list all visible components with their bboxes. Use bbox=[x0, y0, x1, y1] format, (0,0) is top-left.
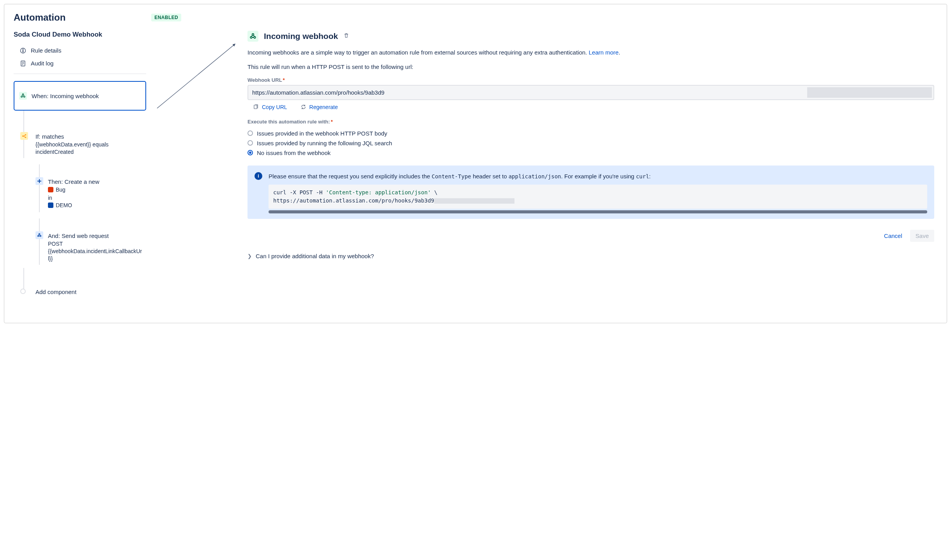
page-title: Automation bbox=[14, 12, 65, 23]
code-scrollbar[interactable] bbox=[269, 210, 927, 213]
webhook-icon bbox=[247, 31, 258, 42]
regenerate-button[interactable]: Regenerate bbox=[301, 104, 338, 110]
copy-url-button[interactable]: Copy URL bbox=[253, 104, 287, 110]
radio-icon bbox=[247, 140, 253, 146]
radio-label: No issues from the webhook bbox=[257, 150, 331, 156]
url-redaction-mask bbox=[807, 87, 932, 98]
info-panel: i Please ensure that the request you sen… bbox=[247, 166, 934, 219]
branch-icon bbox=[20, 132, 28, 140]
radio-icon bbox=[247, 150, 253, 155]
radio-label: Issues provided in the webhook HTTP POST… bbox=[257, 130, 387, 137]
svg-point-11 bbox=[22, 136, 23, 137]
radio-label: Issues provided by running the following… bbox=[257, 140, 392, 146]
tree-gutter bbox=[14, 133, 35, 156]
execute-with-radio-group: Issues provided in the webhook HTTP POST… bbox=[247, 129, 934, 158]
page-header: Automation ENABLED bbox=[14, 12, 937, 23]
info-icon bbox=[20, 48, 26, 54]
and-url: {{webhookData.incidentLinkCallbackUrl}} bbox=[48, 248, 146, 262]
divider bbox=[14, 74, 146, 74]
delete-button[interactable] bbox=[343, 33, 349, 40]
document-icon bbox=[20, 60, 26, 67]
nav-rule-details[interactable]: Rule details bbox=[14, 44, 146, 57]
rule-name: Soda Cloud Demo Webhook bbox=[14, 31, 146, 39]
page-frame: Automation ENABLED Soda Cloud Demo Webho… bbox=[4, 4, 947, 323]
info-code: curl bbox=[636, 173, 649, 180]
button-row: Cancel Save bbox=[247, 230, 934, 242]
project-label: DEMO bbox=[56, 202, 72, 209]
nav-audit-log[interactable]: Audit log bbox=[14, 57, 146, 70]
plus-icon bbox=[35, 177, 43, 185]
expander-label: Can I provide additional data in my webh… bbox=[256, 253, 374, 259]
info-text-part: Please ensure that the request you send … bbox=[269, 173, 432, 180]
tree-gutter bbox=[14, 290, 35, 296]
copy-icon bbox=[253, 104, 259, 110]
project-icon bbox=[48, 203, 53, 208]
then-action-row[interactable]: Then: Create a new Bug in DEMO bbox=[14, 178, 146, 210]
intro-paragraph: Incoming webhooks are a simple way to tr… bbox=[247, 48, 934, 57]
rule-explanation: This rule will run when a HTTP POST is s… bbox=[247, 62, 934, 71]
add-component-label: Add component bbox=[35, 289, 146, 295]
code-example: curl -X POST -H 'Content-type: applicati… bbox=[269, 185, 927, 209]
info-code: Content-Type bbox=[432, 173, 471, 180]
info-text-part: . For example if you're using bbox=[561, 173, 636, 180]
radio-issues-body[interactable]: Issues provided in the webhook HTTP POST… bbox=[247, 129, 934, 138]
then-desc: Bug in DEMO bbox=[48, 186, 146, 210]
right-panel: Incoming webhook Incoming webhooks are a… bbox=[247, 31, 937, 296]
trash-icon bbox=[343, 33, 349, 39]
tree-gutter bbox=[35, 232, 48, 262]
when-trigger-label: When: Incoming webhook bbox=[32, 93, 99, 99]
then-in-label: in bbox=[48, 194, 146, 202]
and-method: POST bbox=[48, 240, 146, 248]
radio-issues-jql[interactable]: Issues provided by running the following… bbox=[247, 138, 934, 148]
if-desc: {{webhookData.event}} equals incidentCre… bbox=[35, 141, 146, 156]
info-text-part: : bbox=[649, 173, 650, 180]
svg-rect-2 bbox=[23, 50, 23, 52]
tree-gutter bbox=[35, 178, 48, 210]
status-badge: ENABLED bbox=[151, 14, 181, 21]
radio-icon bbox=[247, 130, 253, 136]
nav-rule-details-label: Rule details bbox=[31, 47, 61, 54]
bug-icon bbox=[48, 187, 53, 192]
intro-dot: . bbox=[619, 49, 620, 56]
svg-rect-20 bbox=[254, 105, 257, 109]
hollow-circle-icon bbox=[20, 289, 26, 294]
and-action-row[interactable]: And: Send web request POST {{webhookData… bbox=[14, 232, 146, 262]
execute-with-label: Execute this automation rule with:* bbox=[247, 119, 934, 125]
add-component-row[interactable]: Add component bbox=[14, 290, 146, 296]
if-condition-row[interactable]: If: matches {{webhookData.event}} equals… bbox=[14, 133, 146, 156]
additional-data-expander[interactable]: ❯ Can I provide additional data in my we… bbox=[247, 253, 934, 259]
refresh-icon bbox=[301, 104, 306, 110]
left-column: Soda Cloud Demo Webhook Rule details Aud… bbox=[14, 31, 146, 296]
then-title: Then: Create a new bbox=[48, 178, 146, 185]
webhook-icon bbox=[19, 92, 27, 100]
svg-point-3 bbox=[23, 49, 23, 49]
issue-type-label: Bug bbox=[56, 186, 65, 194]
info-icon: i bbox=[255, 172, 262, 180]
webhook-url-label: Webhook URL* bbox=[247, 77, 934, 83]
webhook-icon bbox=[35, 231, 43, 239]
intro-text: Incoming webhooks are a simple way to tr… bbox=[247, 49, 589, 56]
code-redaction-mask bbox=[434, 198, 514, 204]
cancel-button[interactable]: Cancel bbox=[879, 230, 908, 242]
if-title: If: matches bbox=[35, 133, 146, 140]
when-trigger-box[interactable]: When: Incoming webhook bbox=[14, 81, 146, 111]
nav-audit-log-label: Audit log bbox=[31, 60, 53, 67]
chevron-right-icon: ❯ bbox=[247, 253, 252, 259]
learn-more-link[interactable]: Learn more bbox=[589, 49, 619, 56]
info-code: application/json bbox=[509, 173, 561, 180]
save-button: Save bbox=[910, 230, 934, 242]
info-text-part: header set to bbox=[471, 173, 509, 180]
right-panel-title: Incoming webhook bbox=[264, 32, 338, 41]
and-title: And: Send web request bbox=[48, 232, 146, 239]
radio-no-issues[interactable]: No issues from the webhook bbox=[247, 148, 934, 158]
